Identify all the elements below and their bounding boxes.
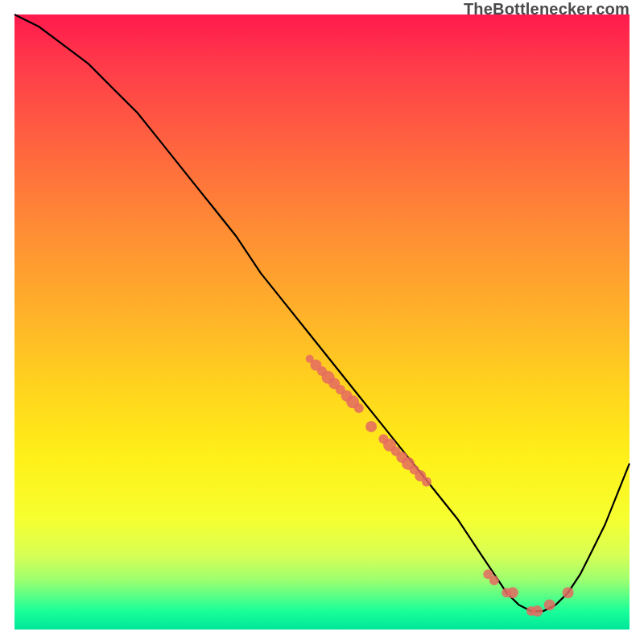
data-point: [365, 421, 377, 432]
curve-layer: [14, 14, 630, 630]
data-point: [507, 587, 518, 598]
bottleneck-curve: [14, 14, 630, 611]
data-point: [354, 403, 364, 413]
data-point: [544, 599, 555, 610]
plot-area: [14, 14, 630, 630]
chart-container: TheBottlenecker.com: [0, 0, 644, 644]
data-point: [563, 587, 574, 598]
data-points: [306, 355, 574, 617]
data-point: [531, 605, 543, 617]
data-point: [422, 477, 431, 487]
data-point: [489, 576, 499, 585]
